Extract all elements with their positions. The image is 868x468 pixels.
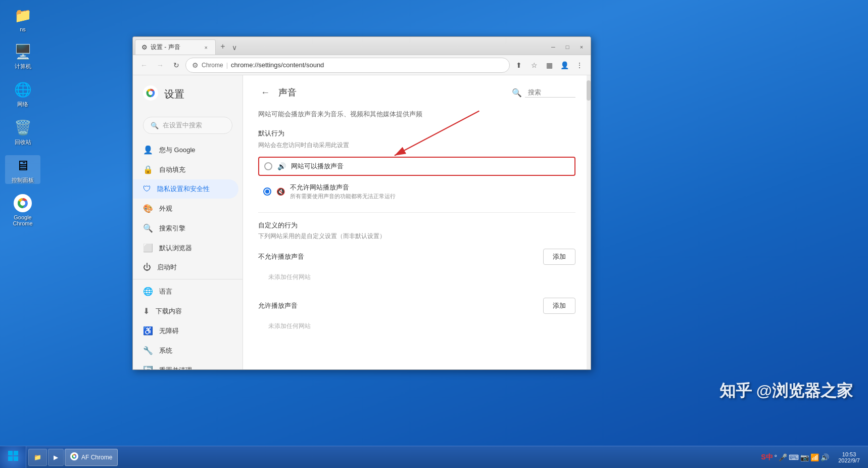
url-path: chrome://settings/content/sound: [231, 61, 324, 69]
taskbar-time-display: 10:53: [842, 451, 856, 457]
content-search-icon: 🔍: [512, 88, 522, 98]
sidebar-toggle-button[interactable]: ▦: [542, 58, 556, 72]
reset-icon: 🔄: [143, 365, 153, 369]
desktop-icon-computer[interactable]: 🖥️ 计算机: [5, 41, 40, 70]
sidebar-item-startup[interactable]: ⏻ 启动时: [133, 258, 238, 277]
maximize-button[interactable]: □: [560, 41, 574, 53]
navigation-bar: ← → ↻ ⚙ Chrome | chrome://settings/conte…: [133, 55, 591, 75]
allow-sound-option[interactable]: 🔊 网站可以播放声音: [258, 157, 575, 176]
desktop-icon-network[interactable]: 🌐 网络: [5, 79, 40, 108]
settings-search-bar[interactable]: 🔍 在设置中搜索: [143, 117, 232, 134]
custom-behavior-section: 自定义的行为 下列网站采用的是自定义设置（而非默认设置） 不允许播放声音 添加 …: [258, 221, 575, 335]
sidebar-item-autofill[interactable]: 🔒 自动填充: [133, 160, 238, 179]
share-button[interactable]: ⬆: [512, 58, 526, 72]
settings-content-inner: ← 声音 🔍 网站可能会播放声音来为音乐、视频和其他媒体提供声频 默认行为 网站…: [243, 75, 591, 345]
start-button[interactable]: [0, 446, 26, 469]
menu-button[interactable]: ⋮: [572, 58, 587, 72]
sidebar-item-privacy-label: 隐私设置和安全性: [157, 184, 210, 194]
settings-page-title: 设置: [164, 87, 184, 101]
sidebar-item-search[interactable]: 🔍 搜索引擎: [133, 218, 238, 238]
allow-sound-label: 网站可以播放声音: [291, 162, 344, 171]
bookmark-button[interactable]: ☆: [527, 58, 541, 72]
sidebar-item-system[interactable]: 🔧 系统: [133, 341, 238, 360]
desktop-icon-chrome[interactable]: Google Chrome: [5, 193, 40, 226]
sidebar-item-downloads-label: 下载内容: [156, 307, 182, 316]
close-button[interactable]: ×: [574, 41, 589, 53]
desktop-icon-ns[interactable]: 📁 ns: [5, 5, 40, 32]
allow-empty-text: 未添加任何网站: [258, 318, 575, 335]
desktop-icon-recycle-label: 回收站: [15, 138, 31, 146]
taskbar: 📁 ▶ AF Chrome: [0, 446, 868, 468]
sidebar-item-language[interactable]: 🌐 语言: [133, 282, 238, 301]
taskbar-chrome-label: AF Chrome: [81, 454, 112, 461]
sidebar-item-privacy[interactable]: 🛡 隐私设置和安全性: [133, 179, 238, 199]
chrome-browser-window: ⚙ 设置 - 声音 × + ∨ ─ □ × ← → ↻ ⚙ Chrome | c…: [132, 36, 591, 370]
sidebar-item-accessibility[interactable]: ♿ 无障碍: [133, 321, 238, 341]
minimize-button[interactable]: ─: [546, 41, 560, 53]
back-button[interactable]: ←: [258, 85, 272, 100]
desktop-icon-controlpanel[interactable]: 🖥 控制面板: [5, 155, 40, 184]
sidebar-item-browser-label: 默认浏览器: [159, 244, 192, 253]
allow-sound-icon: 🔊: [277, 162, 286, 170]
privacy-icon: 🛡: [143, 184, 151, 194]
back-button[interactable]: ←: [137, 58, 151, 72]
nav-right-icons: ⬆ ☆ ▦ 👤 ⋮: [512, 58, 587, 72]
sidebar-item-browser[interactable]: ⬜ 默认浏览器: [133, 238, 238, 258]
refresh-button[interactable]: ↻: [169, 58, 183, 72]
sidebar-divider-1: [133, 279, 243, 279]
taskbar-media[interactable]: ▶: [48, 449, 64, 466]
forward-button[interactable]: →: [153, 58, 167, 72]
new-tab-button[interactable]: +: [216, 39, 230, 54]
block-sound-icon: 🔇: [276, 188, 285, 196]
window-controls: ─ □ ×: [546, 41, 589, 53]
add-allow-button[interactable]: 添加: [543, 298, 575, 314]
block-empty-text: 未添加任何网站: [258, 269, 575, 286]
back-header: ← 声音 🔍: [258, 85, 575, 100]
default-behavior-label: 默认行为: [258, 129, 575, 138]
allow-custom-label: 允许播放声音: [258, 301, 298, 310]
sidebar-item-appearance-label: 外观: [159, 204, 172, 213]
block-sound-sublabel: 所有需要使用声音的功能都将无法正常运行: [290, 193, 396, 200]
desktop-icon-network-label: 网络: [17, 101, 28, 108]
sidebar-item-downloads[interactable]: ⬇ 下载内容: [133, 301, 238, 321]
taskbar-explorer[interactable]: 📁: [28, 449, 47, 466]
sidebar-item-you-google[interactable]: 👤 您与 Google: [133, 140, 238, 160]
section-divider-1: [258, 212, 575, 213]
svg-point-14: [73, 455, 75, 457]
url-bar[interactable]: ⚙ Chrome | chrome://settings/content/sou…: [185, 58, 510, 73]
sound-description: 网站可能会播放声音来为音乐、视频和其他媒体提供声频: [258, 110, 575, 119]
block-sound-radio[interactable]: [263, 188, 271, 196]
svg-rect-9: [14, 451, 18, 455]
tab-scroll-button[interactable]: ∨: [230, 42, 239, 53]
desktop: 📁 ns 🖥️ 计算机 🌐 网络 🗑️ 回收站 🖥 控制面板: [0, 0, 868, 468]
custom-behavior-sublabel: 下列网站采用的是自定义设置（而非默认设置）: [258, 232, 575, 241]
systray-kbd: ⌨: [789, 453, 799, 461]
desktop-icon-recycle[interactable]: 🗑️ 回收站: [5, 117, 40, 146]
taskbar-chrome[interactable]: AF Chrome: [65, 449, 118, 466]
sidebar-item-appearance[interactable]: 🎨 外观: [133, 199, 238, 218]
tab-close-button[interactable]: ×: [203, 44, 209, 51]
content-search-input[interactable]: [525, 87, 575, 98]
systray-vol: 🔊: [821, 453, 829, 461]
content-search-area: 🔍: [512, 87, 575, 98]
taskbar-clock[interactable]: 10:53 2022/9/7: [834, 451, 864, 463]
browser-tab[interactable]: ⚙ 设置 - 声音 ×: [135, 39, 216, 55]
block-sound-option[interactable]: 🔇 不允许网站播放声音 所有需要使用声音的功能都将无法正常运行: [258, 179, 575, 204]
sound-page-title: 声音: [278, 86, 297, 99]
systray-s: S中: [761, 453, 773, 462]
systray-cam: 📷: [800, 453, 809, 461]
allow-sound-radio[interactable]: [264, 162, 272, 170]
sidebar-item-accessibility-label: 无障碍: [159, 326, 179, 336]
sidebar-item-you-google-label: 您与 Google: [159, 146, 196, 155]
sidebar-item-reset[interactable]: 🔄 重置并清理: [133, 360, 238, 369]
watermark: 知乎 @浏览器之家: [719, 380, 853, 402]
desktop-icon-computer-label: 计算机: [15, 63, 31, 70]
sidebar-item-search-label: 搜索引擎: [159, 224, 185, 233]
sidebar-item-language-label: 语言: [159, 287, 172, 296]
add-block-button[interactable]: 添加: [543, 249, 575, 265]
profile-button[interactable]: 👤: [557, 58, 571, 72]
search-engine-icon: 🔍: [143, 223, 153, 233]
sidebar-item-system-label: 系统: [159, 346, 172, 355]
scrollbar-thumb[interactable]: [587, 80, 591, 101]
svg-rect-10: [8, 456, 13, 461]
